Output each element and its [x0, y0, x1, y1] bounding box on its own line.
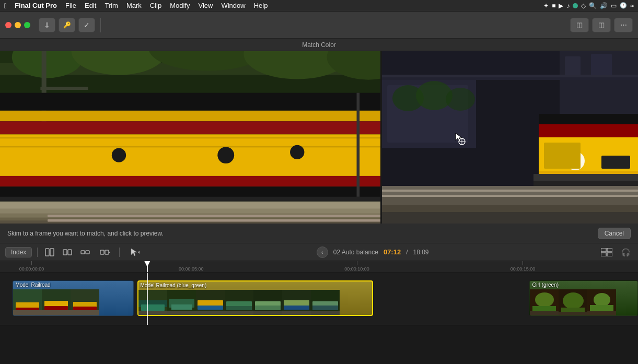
music-icon[interactable]: ♪	[566, 2, 570, 9]
headphones-icon: 🎧	[621, 248, 630, 256]
menu-item-view[interactable]: View	[194, 0, 216, 11]
playhead[interactable]	[147, 261, 148, 272]
clip-thumb-3	[71, 289, 99, 316]
camera-icon[interactable]: ◇	[581, 2, 586, 9]
clip-model-railroad-blue-green[interactable]: Model Railroad (blue_green)	[137, 280, 374, 316]
search-icon[interactable]: 🔍	[589, 2, 597, 9]
layout-toggle-button[interactable]: ◫	[592, 18, 611, 32]
import-button[interactable]: ⇓	[39, 18, 55, 32]
minimize-button[interactable]	[15, 22, 21, 28]
svg-rect-95	[167, 311, 196, 316]
svg-rect-59	[382, 195, 638, 197]
timeline-ruler[interactable]: 00:00:00:00 00:00:05:00 00:00:10:00 00:0…	[0, 261, 638, 273]
arrow-tool-button[interactable]	[125, 246, 146, 258]
audio-button[interactable]: 🎧	[618, 246, 633, 258]
svg-rect-45	[539, 114, 638, 124]
play-icon[interactable]: ▶	[559, 2, 563, 9]
clip-appearance-2-button[interactable]	[61, 246, 74, 258]
dropbox-icon[interactable]: ✦	[543, 2, 549, 9]
clip-appearance-1-button[interactable]	[43, 246, 56, 258]
svg-point-17	[217, 147, 234, 163]
key-button[interactable]: 🔑	[59, 18, 75, 32]
menu-item-edit[interactable]: Edit	[81, 0, 100, 11]
clip-appearance-3-button[interactable]	[78, 246, 92, 258]
timeline-right-controls: 🎧	[599, 246, 633, 258]
left-preview-video	[0, 51, 380, 224]
svg-rect-110	[284, 306, 309, 310]
preview-area	[0, 51, 638, 224]
maximize-button[interactable]	[24, 22, 30, 28]
menubar-right-icons: ✦ ■ ▶ ♪ ◇ 🔍 🔊 ▭ 🕐 ≈	[543, 2, 634, 9]
toolbar-divider	[100, 18, 101, 32]
layout-view-button[interactable]	[599, 246, 614, 258]
timecode-current: 07:12	[384, 248, 401, 256]
menu-item-modify[interactable]: Modify	[166, 0, 193, 11]
preview-left[interactable]	[0, 51, 382, 224]
check-button[interactable]: ✓	[78, 18, 95, 32]
menu-item-mark[interactable]: Mark	[123, 0, 145, 11]
clip-thumb-2	[42, 289, 71, 316]
preview-right[interactable]	[382, 51, 638, 224]
svg-rect-11	[0, 111, 380, 121]
menu-item-help[interactable]: Help	[250, 0, 272, 11]
svg-rect-29	[48, 215, 380, 217]
svg-rect-126	[590, 305, 613, 311]
svg-rect-67	[68, 250, 72, 255]
svg-rect-73	[607, 248, 612, 252]
clip-appearance-4-button[interactable]	[96, 246, 114, 258]
password-icon[interactable]: ■	[552, 2, 555, 9]
apple-menu-icon[interactable]: 	[4, 2, 7, 10]
svg-rect-115	[311, 311, 340, 316]
clip-label: Girl (green)	[532, 282, 559, 288]
clip-appearance-3-icon	[80, 248, 90, 256]
svg-point-43	[446, 88, 475, 111]
clip-thumb-8	[253, 290, 282, 316]
svg-rect-83	[42, 310, 71, 316]
menu-item-clip[interactable]: Clip	[146, 0, 165, 11]
toolbar-separator-1	[37, 248, 38, 257]
clip-thumb-7	[225, 290, 253, 316]
svg-rect-82	[44, 306, 68, 311]
timeline-bottom	[0, 325, 638, 334]
svg-rect-14	[0, 137, 380, 138]
index-button[interactable]: Index	[5, 247, 32, 257]
svg-rect-114	[312, 306, 338, 310]
svg-rect-31	[357, 93, 360, 197]
ruler-line	[31, 261, 32, 265]
layout-view-icon	[601, 248, 612, 256]
svg-rect-64	[45, 249, 49, 256]
viewer-layout-button[interactable]: ◫	[570, 18, 589, 32]
svg-rect-54	[533, 181, 638, 186]
toolbar: ⇓ 🔑 ✓ ◫ ◫ ⋯	[0, 11, 638, 39]
svg-rect-60	[382, 212, 638, 224]
svg-rect-118	[532, 306, 556, 311]
more-options-button[interactable]: ⋯	[614, 18, 633, 32]
svg-rect-15	[0, 146, 380, 147]
timeline-toolbar: Index ‹	[0, 243, 638, 261]
prev-nav-button[interactable]: ‹	[317, 246, 328, 258]
svg-rect-13	[0, 134, 380, 176]
volume-icon[interactable]: 🔊	[600, 2, 608, 9]
svg-rect-91	[138, 311, 167, 316]
close-button[interactable]	[5, 22, 11, 28]
svg-rect-90	[141, 304, 165, 311]
clock-icon: 🕐	[620, 2, 627, 9]
menu-item-window[interactable]: Window	[217, 0, 249, 11]
menu-item-file[interactable]: File	[62, 0, 80, 11]
menu-item-appname[interactable]: Final Cut Pro	[11, 0, 61, 11]
clip-thumb-6	[196, 290, 225, 316]
svg-point-121	[563, 292, 584, 309]
airplay-icon[interactable]: ▭	[611, 2, 617, 9]
skim-instruction: Skim to a frame you want to match, and c…	[7, 230, 164, 237]
clip-appearance-1-icon	[45, 248, 54, 256]
more-options-icon: ⋯	[620, 21, 627, 29]
svg-rect-107	[253, 311, 282, 316]
clip-model-railroad[interactable]: Model Railroad	[13, 280, 134, 316]
cancel-button[interactable]: Cancel	[598, 228, 631, 239]
playhead-handle[interactable]	[144, 261, 150, 267]
svg-rect-57	[382, 205, 638, 213]
clip-girl-green[interactable]: Girl (green)	[529, 280, 638, 316]
menu-item-trim[interactable]: Trim	[101, 0, 122, 11]
ruler-line	[523, 261, 523, 265]
svg-rect-9	[40, 87, 88, 90]
